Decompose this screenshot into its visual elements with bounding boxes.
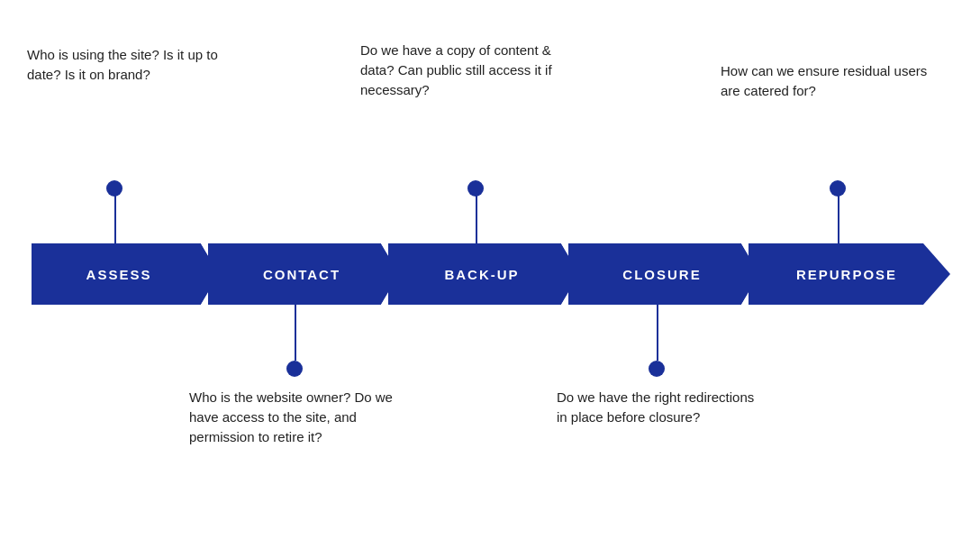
svg-text:BACK-UP: BACK-UP <box>444 267 519 282</box>
contact-bottom-dot <box>286 361 303 377</box>
assess-top-label: Who is using the site? Is it up to date?… <box>27 45 234 85</box>
contact-bottom-label: Who is the website owner? Do we have acc… <box>189 388 405 446</box>
assess-top-dot <box>106 180 122 197</box>
svg-text:CLOSURE: CLOSURE <box>622 267 701 282</box>
closure-bottom-dot <box>649 361 665 377</box>
backup-top-label: Do we have a copy of content & data? Can… <box>360 41 585 99</box>
closure-bottom-connector <box>657 305 658 361</box>
arrow-bar: ASSESS CONTACT BACK-UP CLOSURE REPURPOSE <box>32 243 950 305</box>
closure-bottom-label: Do we have the right redirections in pla… <box>557 388 755 427</box>
backup-top-dot <box>467 180 484 197</box>
repurpose-top-label: How can we ensure residual users are cat… <box>721 61 937 101</box>
svg-text:REPURPOSE: REPURPOSE <box>796 267 897 282</box>
diagram-container: Who is using the site? Is it up to date?… <box>0 0 980 549</box>
svg-text:CONTACT: CONTACT <box>263 267 340 282</box>
svg-text:ASSESS: ASSESS <box>86 267 152 282</box>
repurpose-top-dot <box>830 180 846 197</box>
contact-bottom-connector <box>295 305 296 361</box>
